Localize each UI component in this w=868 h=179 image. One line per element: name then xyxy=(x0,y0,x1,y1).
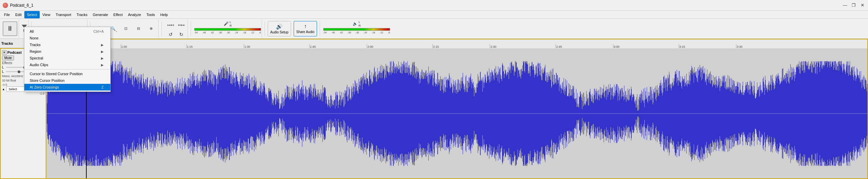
dd-item-spectral[interactable]: Spectral ▶ xyxy=(24,55,110,61)
transport-section: ⏸ xyxy=(1,20,19,38)
output-meter-bar[interactable] xyxy=(323,28,390,31)
dd-item-audioclips[interactable]: Audio Clips ▶ xyxy=(24,61,110,68)
dd-item-none-label: None xyxy=(30,36,38,40)
input-lr-label: LR xyxy=(230,20,232,27)
pause-button[interactable]: ⏸ xyxy=(3,21,17,36)
dd-item-at-zero[interactable]: At Zero Crossings Z xyxy=(24,84,110,91)
dd-tracks-arrow-icon: ▶ xyxy=(101,43,104,47)
dd-item-tracks-label: Tracks xyxy=(30,43,41,47)
menu-file[interactable]: File xyxy=(1,11,13,18)
share-audio-label: Share Audio xyxy=(296,30,315,34)
speaker-icon: 🔈 xyxy=(353,21,358,26)
minimize-button[interactable]: — xyxy=(842,2,848,8)
close-button[interactable]: ✕ xyxy=(859,2,865,8)
menu-analyze[interactable]: Analyze xyxy=(125,11,144,18)
dd-item-cursor-to-stored[interactable]: Cursor to Stored Cursor Position xyxy=(24,71,110,77)
dd-item-region-label: Region xyxy=(30,49,41,53)
menu-select[interactable]: Select xyxy=(24,11,40,18)
track-close-button[interactable]: ✕ xyxy=(2,50,7,55)
dd-item-tracks[interactable]: Tracks ▶ xyxy=(24,42,110,48)
zoom-sel-button[interactable]: ⊟ xyxy=(132,23,144,35)
ruler-tick-label: 2:15 xyxy=(432,45,439,48)
menu-help[interactable]: Help xyxy=(158,11,170,18)
main-area: Tracks ✕ Podcast Mute Effects L R L xyxy=(0,39,868,179)
maximize-button[interactable]: ❐ xyxy=(851,2,857,8)
divider-6 xyxy=(320,21,320,36)
select-arrow-up[interactable]: ▲ xyxy=(2,87,5,91)
pan-slider-thumb[interactable] xyxy=(18,71,20,73)
redo-button[interactable]: ↻ xyxy=(176,30,186,39)
clip-tools-section: ↦↤ ↤↦ ↺ ↻ xyxy=(164,20,188,38)
ruler: 451:001:151:301:452:002:152:302:453:003:… xyxy=(46,40,867,49)
timeline-area: 451:001:151:301:452:002:152:302:453:003:… xyxy=(46,39,868,179)
ruler-tick-label: 3:30 xyxy=(736,45,743,48)
dd-at-zero-shortcut: Z xyxy=(101,85,104,89)
dd-item-store-cursor[interactable]: Store Cursor Position xyxy=(24,77,110,84)
silence-button[interactable]: ↤↦ xyxy=(176,20,186,30)
input-meter-bar[interactable] xyxy=(194,28,261,31)
input-meter-section: 🎤 LR -54-48-42-36-30-24-18-12-6 xyxy=(194,20,262,38)
audio-setup-icon: 🔊 xyxy=(276,23,283,30)
microphone-icon: 🎤 xyxy=(224,21,229,26)
audio-setup-label: Audio Setup xyxy=(270,30,289,34)
share-audio-icon: ↑ xyxy=(304,23,307,29)
dd-audioclips-arrow-icon: ▶ xyxy=(101,63,104,67)
menu-transport[interactable]: Transport xyxy=(53,11,74,18)
menu-tracks[interactable]: Tracks xyxy=(74,11,90,18)
dd-cursor-stored-label: Cursor to Stored Cursor Position xyxy=(30,72,83,76)
output-meter-section: 🔈 LR -54-48-42-36-30-24-18-12-6 xyxy=(323,20,391,38)
dd-item-spectral-label: Spectral xyxy=(30,56,43,60)
menu-tools[interactable]: Tools xyxy=(144,11,158,18)
ruler-tick-label: 1:45 xyxy=(309,45,316,48)
zoom-fit-button[interactable]: ⊡ xyxy=(120,23,132,35)
input-meter-scale: -54-48-42-36-30-24-18-12-6 xyxy=(194,31,261,34)
dd-store-cursor-label: Store Cursor Position xyxy=(30,78,65,82)
dd-separator-1 xyxy=(24,69,110,70)
gain-label-l: L xyxy=(2,66,5,69)
dd-item-none[interactable]: None xyxy=(24,35,110,42)
pan-label-l: L xyxy=(2,70,5,74)
ruler-tick-label: 2:00 xyxy=(367,45,373,48)
dd-at-zero-label: At Zero Crossings xyxy=(30,85,59,89)
dd-item-all-shortcut: Ctrl+A xyxy=(93,29,104,33)
title-text: Podcast_6_1 xyxy=(10,3,33,8)
ruler-tick-label: 1:15 xyxy=(186,45,193,48)
app-icon xyxy=(3,3,8,8)
menu-view[interactable]: View xyxy=(40,11,53,18)
ruler-tick-label: 1:30 xyxy=(244,45,250,48)
menu-effect[interactable]: Effect xyxy=(111,11,125,18)
dd-item-region[interactable]: Region ▶ xyxy=(24,48,110,55)
waveform-container[interactable] xyxy=(46,49,867,178)
output-meter-scale: -54-48-42-36-30-24-18-12-6 xyxy=(323,31,390,34)
undo-button[interactable]: ↺ xyxy=(166,30,176,39)
trim-button[interactable]: ↦↤ xyxy=(166,20,176,30)
menu-edit[interactable]: Edit xyxy=(13,11,24,18)
ruler-tick-label: 2:30 xyxy=(490,45,496,48)
divider-5 xyxy=(265,21,265,36)
menu-bar: File Edit Select View Transport Tracks G… xyxy=(0,11,868,19)
tracks-header-label: Tracks xyxy=(1,42,13,45)
divider-4 xyxy=(191,21,191,36)
dd-region-arrow-icon: ▶ xyxy=(101,50,104,53)
window-controls: — ❐ ✕ xyxy=(842,2,865,8)
db-value-bottom: -1.0 xyxy=(2,92,44,95)
output-lr-label: LR xyxy=(359,20,361,27)
share-audio-button[interactable]: ↑ Share Audio xyxy=(294,21,317,36)
ruler-tick-label: 2:45 xyxy=(555,45,562,48)
audio-setup-button[interactable]: 🔊 Audio Setup xyxy=(268,21,291,36)
ruler-tick-label: 3:00 xyxy=(613,45,620,48)
menu-generate[interactable]: Generate xyxy=(90,11,111,18)
title-bar: Podcast_6_1 — ❐ ✕ xyxy=(0,0,868,11)
dd-item-all[interactable]: All Ctrl+A xyxy=(24,28,110,35)
select-dropdown-menu: All Ctrl+A None Tracks ▶ Region ▶ Spectr… xyxy=(24,27,111,92)
dd-spectral-arrow-icon: ▶ xyxy=(101,56,104,60)
mute-button[interactable]: Mute xyxy=(2,55,14,60)
waveform-canvas[interactable] xyxy=(46,49,867,178)
zoom-toggle-button[interactable]: ⊕ xyxy=(145,23,157,35)
divider-3 xyxy=(161,21,162,36)
ruler-tick-label: 1:00 xyxy=(121,45,127,48)
toolbar: ⏸ 5 I ↗ ✏ ✱ 🔍 🔍- ⊡ ⊟ ⊕ ↦↤ ↤↦ ↺ ↻ 🎤 xyxy=(0,19,868,39)
dd-item-all-label: All xyxy=(30,29,34,33)
ruler-tick-label: 3:15 xyxy=(679,45,685,48)
dd-item-audioclips-label: Audio Clips xyxy=(30,63,48,67)
